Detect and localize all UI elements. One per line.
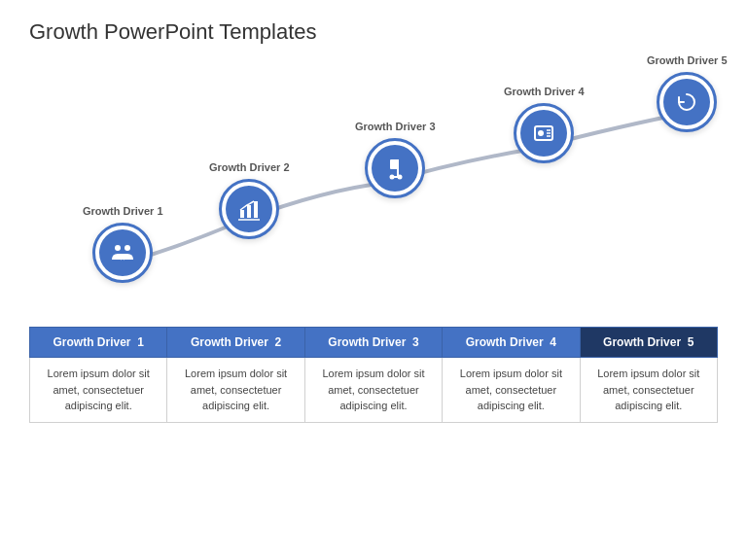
driver-icon-3 (382, 156, 408, 181)
cell-3: Lorem ipsum dolor sit amet, consectetuer… (304, 358, 442, 423)
col-header-5: Growth Driver 5 (580, 328, 717, 358)
cell-2: Lorem ipsum dolor sit amet, consectetuer… (167, 358, 304, 423)
svg-point-1 (124, 245, 130, 251)
driver-node-3: Growth Driver 3 (355, 121, 436, 198)
circle-outer-1 (92, 223, 153, 283)
circle-outer-5 (657, 72, 717, 132)
driver-label-4: Growth Driver 4 (504, 86, 585, 97)
cell-5: Lorem ipsum dolor sit amet, consectetuer… (580, 358, 717, 423)
driver-node-4: Growth Driver 4 (504, 86, 585, 163)
driver-icon-1 (110, 240, 135, 265)
driver-node-2: Growth Driver 2 (209, 161, 290, 239)
driver-label-3: Growth Driver 3 (355, 121, 436, 132)
circle-outer-3 (365, 138, 425, 198)
svg-point-9 (390, 175, 395, 180)
svg-point-12 (538, 130, 544, 136)
page-title: Growth PowerPoint Templates (29, 19, 718, 45)
cell-4: Lorem ipsum dolor sit amet, consectetuer… (443, 358, 580, 423)
driver-icon-2 (236, 196, 262, 222)
table-header-row: Growth Driver 1 Growth Driver 2 Growth D… (30, 328, 718, 358)
driver-icon-5 (674, 89, 699, 115)
circle-inner-2 (226, 186, 272, 232)
svg-rect-3 (247, 205, 251, 218)
driver-label-5: Growth Driver 5 (647, 54, 728, 66)
svg-rect-4 (254, 201, 258, 218)
driver-node-1: Growth Driver 1 (83, 205, 163, 283)
svg-point-10 (398, 175, 403, 180)
col-header-1: Growth Driver 1 (30, 328, 167, 358)
svg-rect-2 (240, 210, 244, 218)
driver-label-1: Growth Driver 1 (83, 205, 163, 217)
cell-1: Lorem ipsum dolor sit amet, consectetuer… (30, 358, 167, 423)
chart-area: Growth Driver 1 Growth Driver 2 (29, 54, 718, 327)
slide: Growth PowerPoint Templates Growth Drive… (0, 0, 747, 560)
data-table: Growth Driver 1 Growth Driver 2 Growth D… (29, 327, 718, 423)
col-header-2: Growth Driver 2 (167, 328, 304, 358)
circle-outer-2 (219, 179, 279, 239)
svg-rect-6 (390, 159, 398, 169)
circle-outer-4 (514, 103, 574, 163)
driver-label-2: Growth Driver 2 (209, 161, 290, 173)
driver-icon-4 (531, 121, 556, 146)
col-header-3: Growth Driver 3 (304, 328, 442, 358)
circle-inner-1 (99, 229, 146, 276)
circle-inner-3 (372, 145, 418, 192)
circle-inner-4 (520, 110, 567, 157)
col-header-4: Growth Driver 4 (443, 328, 580, 358)
circle-inner-5 (663, 79, 710, 125)
table-row: Lorem ipsum dolor sit amet, consectetuer… (30, 358, 718, 423)
driver-node-5: Growth Driver 5 (647, 54, 728, 132)
svg-point-0 (115, 245, 121, 251)
